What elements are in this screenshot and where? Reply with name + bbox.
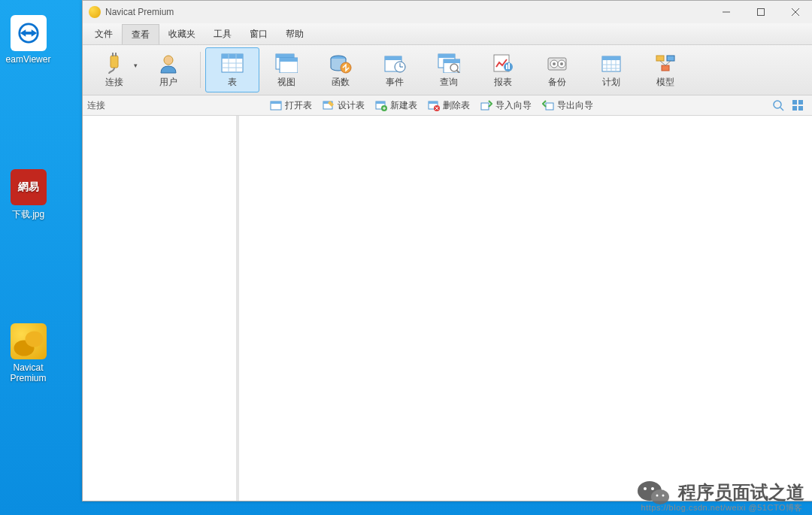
navicat-window: Navicat Premium 文件 查看 收藏夹 工具 窗口 帮助 ▾ 连接 … (82, 0, 812, 501)
new-table-icon (375, 99, 387, 111)
svg-rect-33 (444, 59, 460, 63)
desktop-icon-navicat[interactable]: Navicat Premium (0, 323, 56, 383)
netease-icon: 網易 (11, 169, 47, 205)
export-icon (542, 99, 554, 111)
toolbar-model[interactable]: 模型 (638, 47, 692, 92)
maximize-button[interactable] (744, 1, 778, 23)
svg-point-81 (644, 487, 647, 490)
toolbar-event[interactable]: 事件 (368, 47, 422, 92)
svg-rect-72 (546, 103, 553, 110)
desktop: eamViewer 網易 下载.jpg Navicat Premium Navi… (0, 0, 812, 515)
body-area (83, 116, 812, 501)
svg-point-12 (164, 56, 173, 65)
desktop-icon-label: 下载.jpg (0, 208, 56, 221)
svg-line-55 (660, 61, 665, 65)
function-icon (329, 52, 353, 74)
table-icon (220, 52, 244, 74)
desktop-icon-label: Navicat Premium (0, 362, 56, 383)
svg-point-4 (25, 332, 43, 347)
plug-icon (102, 52, 126, 74)
titlebar[interactable]: Navicat Premium (83, 1, 812, 23)
sub-new-table[interactable]: 新建表 (370, 97, 423, 114)
schedule-icon (599, 52, 623, 74)
sub-import-wizard[interactable]: 导入向导 (475, 97, 537, 114)
svg-rect-6 (758, 9, 765, 16)
search-icon[interactable] (772, 99, 784, 111)
query-icon (437, 52, 461, 74)
navicat-icon (11, 323, 47, 359)
svg-line-56 (665, 61, 671, 65)
report-icon (491, 52, 515, 74)
sub-open-table[interactable]: 打开表 (265, 97, 317, 114)
open-table-icon (270, 99, 282, 111)
svg-rect-39 (508, 63, 510, 69)
connection-label: 连接 (87, 99, 111, 112)
close-button[interactable] (778, 1, 812, 23)
desktop-icon-download-jpg[interactable]: 網易 下载.jpg (0, 169, 56, 221)
svg-rect-9 (111, 56, 118, 68)
svg-point-83 (656, 495, 659, 497)
svg-rect-38 (506, 65, 508, 69)
svg-rect-2 (25, 32, 32, 35)
subtoolbar: 连接 打开表 设计表 新建表 删除表 导入向导 (83, 95, 812, 116)
model-icon (653, 52, 677, 74)
svg-rect-75 (792, 100, 797, 105)
svg-rect-76 (798, 100, 803, 105)
toolbar-table[interactable]: 表 (205, 47, 259, 92)
toolbar: ▾ 连接 用户 表 视图 函数 事件 (83, 45, 812, 95)
toolbar-backup[interactable]: 备份 (530, 47, 584, 92)
svg-rect-62 (376, 101, 385, 104)
toolbar-function[interactable]: 函数 (314, 47, 368, 92)
menu-file[interactable]: 文件 (86, 23, 122, 44)
svg-rect-53 (667, 56, 674, 61)
object-list-panel[interactable] (239, 116, 812, 501)
svg-point-42 (553, 62, 556, 65)
watermark-text: 程序员面试之道 (678, 480, 804, 504)
svg-rect-67 (429, 101, 438, 104)
menubar: 文件 查看 收藏夹 工具 窗口 帮助 (83, 23, 812, 45)
svg-point-82 (651, 487, 654, 490)
desktop-icon-label: eamViewer (0, 54, 56, 65)
event-icon (383, 52, 407, 74)
desktop-icon-teamviewer[interactable]: eamViewer (0, 15, 56, 65)
svg-rect-14 (222, 54, 243, 59)
toolbar-query[interactable]: 查询 (422, 47, 476, 92)
window-title: Navicat Premium (105, 7, 174, 17)
svg-rect-46 (602, 56, 620, 60)
connection-tree-panel[interactable] (83, 116, 239, 501)
toolbar-report[interactable]: 报表 (476, 47, 530, 92)
toolbar-user[interactable]: 用户 (141, 47, 195, 92)
backup-icon (545, 52, 569, 74)
menu-window[interactable]: 窗口 (241, 23, 277, 44)
menu-favorites[interactable]: 收藏夹 (159, 23, 205, 44)
svg-rect-22 (280, 58, 298, 62)
minimize-button[interactable] (709, 1, 744, 23)
svg-rect-58 (271, 101, 281, 104)
user-icon (156, 52, 180, 74)
svg-rect-78 (798, 106, 803, 111)
teamviewer-icon (11, 15, 47, 51)
grid-view-icon[interactable] (792, 99, 804, 111)
app-icon (89, 6, 101, 18)
svg-rect-54 (662, 65, 669, 71)
sub-design-table[interactable]: 设计表 (317, 97, 370, 114)
toolbar-view[interactable]: 视图 (259, 47, 314, 92)
svg-rect-77 (792, 106, 797, 111)
svg-point-44 (560, 62, 563, 65)
svg-point-73 (774, 101, 781, 108)
svg-line-74 (780, 108, 783, 111)
menu-help[interactable]: 帮助 (277, 23, 313, 44)
toolbar-schedule[interactable]: 计划 (584, 47, 638, 92)
chevron-down-icon: ▾ (134, 62, 138, 69)
menu-tools[interactable]: 工具 (205, 23, 241, 44)
sub-export-wizard[interactable]: 导出向导 (537, 97, 598, 114)
watermark-sub: https://blog.csdn.net/weixi @51CTO博客 (641, 502, 803, 513)
svg-point-84 (662, 495, 665, 497)
import-icon (480, 99, 492, 111)
menu-view[interactable]: 查看 (122, 24, 159, 44)
svg-rect-26 (385, 56, 401, 60)
sub-delete-table[interactable]: 删除表 (423, 97, 475, 114)
toolbar-connect[interactable]: ▾ 连接 (87, 47, 141, 92)
delete-table-icon (428, 99, 440, 111)
design-table-icon (323, 99, 335, 111)
